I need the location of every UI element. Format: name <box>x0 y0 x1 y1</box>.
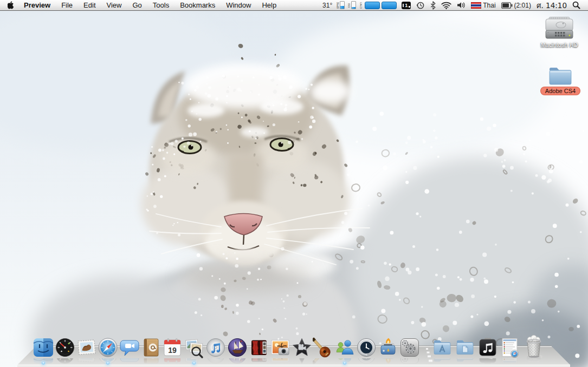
dock-item-photo-booth[interactable] <box>248 337 270 358</box>
menu-edit[interactable]: Edit <box>78 0 101 10</box>
dock-item-web-page[interactable] <box>499 337 521 358</box>
dock-item-iphoto[interactable] <box>269 337 291 358</box>
input-source-label: Thai <box>483 2 495 9</box>
battery-time-label: (2:01) <box>514 2 531 9</box>
memory-meter[interactable]: MEM <box>335 0 346 10</box>
spotlight-icon <box>572 1 580 9</box>
dock-item-system-preferences[interactable] <box>399 337 421 358</box>
safari-icon <box>97 337 119 358</box>
dock-item-safari[interactable] <box>97 337 119 358</box>
app-menu-preview[interactable]: Preview <box>18 0 56 10</box>
bluetooth-menu[interactable] <box>428 0 438 10</box>
disk-meter-bar <box>351 1 356 9</box>
dock-item-address-book[interactable] <box>140 337 162 358</box>
snow-leopard-desktop: { "menu_bar": { "apple_icon": "apple-log… <box>0 0 588 367</box>
desktop-icon-adobe-cs4[interactable]: Adobe CS4 <box>534 63 586 95</box>
messenger-icon <box>334 337 356 358</box>
bluetooth-icon <box>430 1 436 10</box>
address-book-icon <box>140 337 162 358</box>
desktop-icon-label: Macintosh HD <box>533 42 585 48</box>
dock-item-imovie[interactable] <box>291 337 313 358</box>
temperature-status[interactable]: 31° <box>320 0 335 10</box>
wifi-menu[interactable] <box>438 0 454 10</box>
dock-item-mail[interactable] <box>76 337 98 358</box>
cpu-meter-label: CPU <box>360 2 363 9</box>
system-preferences-icon <box>399 337 421 358</box>
dock-item-preview[interactable] <box>183 337 205 358</box>
preview-icon <box>183 337 205 358</box>
menu-bar-left: Preview File Edit View Go Tools Bookmark… <box>0 0 282 10</box>
battery-menu[interactable]: (2:01) <box>499 0 534 10</box>
apple-logo-icon <box>8 1 14 9</box>
menu-bookmarks[interactable]: Bookmarks <box>175 0 221 10</box>
toast-icon <box>377 337 399 358</box>
dock-item-finder[interactable] <box>33 337 54 358</box>
dock-item-time-machine[interactable] <box>356 337 377 358</box>
documents-folder-icon <box>454 337 476 358</box>
cpu-bar-2 <box>382 2 397 9</box>
dashboard-icon <box>54 337 76 358</box>
ichat-icon <box>119 337 140 358</box>
leopard-right-eye <box>270 139 293 151</box>
snow-leopard-wallpaper <box>0 10 588 367</box>
dock-item-messenger[interactable] <box>334 337 356 358</box>
menu-view[interactable]: View <box>101 0 127 10</box>
spaces-icon: 1 <box>402 2 411 9</box>
menu-help[interactable]: Help <box>256 0 282 10</box>
volume-icon <box>457 2 466 9</box>
menu-window[interactable]: Window <box>221 0 256 10</box>
web-page-icon <box>499 337 521 358</box>
dock: 19 19 <box>0 335 588 367</box>
time-machine-menu[interactable] <box>413 0 428 10</box>
blue-folder-icon <box>546 63 574 86</box>
cpu-bar-1 <box>365 2 380 9</box>
time-machine-icon <box>416 1 425 10</box>
galleon-ship-icon <box>227 337 248 358</box>
dock-item-music-file[interactable] <box>477 337 499 358</box>
iphoto-icon <box>269 337 291 358</box>
dock-item-applications-folder[interactable] <box>431 337 453 358</box>
desktop-icon-label-highlighted: Adobe CS4 <box>540 87 580 95</box>
dock-item-ical[interactable]: 19 19 <box>161 337 183 358</box>
dock-item-trash[interactable] <box>522 335 546 358</box>
battery-icon <box>501 2 513 9</box>
disk-meter[interactable]: HD <box>346 0 358 10</box>
photo-booth-icon <box>248 337 270 358</box>
thai-flag-icon <box>471 2 481 9</box>
menu-file[interactable]: File <box>56 0 78 10</box>
desktop-icon-macintosh-hd[interactable]: Macintosh HD <box>533 16 585 48</box>
dock-item-garageband[interactable] <box>313 337 334 358</box>
ical-icon: 19 <box>161 337 183 358</box>
dock-item-itunes[interactable] <box>205 337 227 358</box>
ical-date: 19 <box>168 346 177 355</box>
dock-item-dashboard[interactable] <box>54 337 76 358</box>
dock-item-galleon-ship-app[interactable] <box>227 337 248 358</box>
spotlight-menu[interactable] <box>570 0 588 10</box>
input-source-menu[interactable]: Thai <box>468 0 498 10</box>
garageband-icon <box>313 337 334 358</box>
apple-menu[interactable] <box>0 0 18 10</box>
volume-menu[interactable] <box>454 0 468 10</box>
menu-bar-status: 31° MEM HD CPU 1 <box>320 0 588 10</box>
applications-folder-icon <box>431 337 453 358</box>
menu-go[interactable]: Go <box>127 0 147 10</box>
mail-icon <box>76 337 98 358</box>
imovie-icon <box>291 337 313 358</box>
menu-bar: Preview File Edit View Go Tools Bookmark… <box>0 0 588 11</box>
memory-meter-label: MEM <box>337 2 339 9</box>
cpu-meter[interactable]: CPU <box>358 0 399 10</box>
time-machine-dock-icon <box>356 337 377 358</box>
clock-menu[interactable]: ศ. 14:10 <box>534 0 570 10</box>
menu-tools[interactable]: Tools <box>147 0 175 10</box>
wifi-icon <box>441 2 451 9</box>
dock-item-documents-folder[interactable] <box>454 337 476 358</box>
dock-item-toast[interactable] <box>377 337 399 358</box>
music-file-icon <box>477 337 499 358</box>
spaces-number: 1 <box>405 3 408 8</box>
finder-icon <box>33 337 54 358</box>
hard-drive-icon <box>544 16 574 41</box>
spaces-menu[interactable]: 1 <box>399 0 413 10</box>
dock-item-ichat[interactable] <box>119 337 140 358</box>
disk-meter-label: HD <box>348 3 351 8</box>
memory-meter-bar <box>340 1 345 9</box>
